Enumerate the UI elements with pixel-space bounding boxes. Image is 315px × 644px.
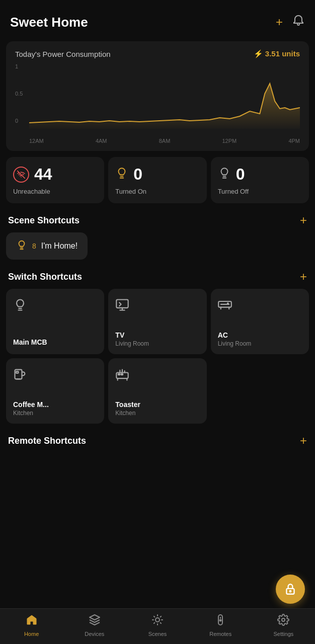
svg-rect-14 xyxy=(118,374,120,375)
switch-coffee-info: Coffee M... Kitchen xyxy=(13,400,97,417)
chart-y-axis: 1 0.5 0 xyxy=(15,63,23,124)
scene-count: 8 xyxy=(32,242,36,250)
switch-shortcuts-grid: Main MCB TV Living Room xyxy=(0,289,315,431)
svg-rect-4 xyxy=(117,300,128,308)
switch-main-mcb[interactable]: Main MCB xyxy=(6,289,104,354)
svg-rect-12 xyxy=(16,371,19,373)
switch-ac-info: AC Living Room xyxy=(218,331,302,347)
devices-nav-label: Devices xyxy=(85,631,104,637)
switch-ac-name: AC xyxy=(218,331,302,339)
coffee-icon xyxy=(13,367,97,385)
scenes-nav-label: Scenes xyxy=(148,631,167,637)
notification-bell-icon[interactable] xyxy=(292,14,305,30)
bottom-nav: Home Devices Scenes xyxy=(0,608,315,644)
scene-shortcuts-title: Scene Shortcuts xyxy=(8,215,80,226)
switch-main-mcb-info: Main MCB xyxy=(13,338,97,347)
switch-shortcuts-header: Switch Shortcuts + xyxy=(0,267,315,289)
stat-top-turned-on: 0 xyxy=(115,165,199,184)
chart-x-axis: 12AM 4AM 8AM 12PM 4PM xyxy=(29,138,300,144)
switch-tv[interactable]: TV Living Room xyxy=(108,289,206,354)
power-consumption-card: Today's Power Consumption ⚡ 3.51 units 1… xyxy=(6,41,309,151)
nav-settings[interactable]: Settings xyxy=(252,614,315,637)
svg-point-19 xyxy=(290,591,291,592)
unreachable-icon xyxy=(13,167,29,183)
scene-label: I'm Home! xyxy=(41,242,77,251)
nav-devices[interactable]: Devices xyxy=(63,614,126,637)
settings-nav-label: Settings xyxy=(274,631,294,637)
switch-coffee-room: Kitchen xyxy=(13,410,97,417)
switch-toaster[interactable]: Toaster Kitchen xyxy=(108,358,206,424)
home-nav-icon xyxy=(26,614,38,629)
devices-nav-icon xyxy=(89,614,101,629)
stat-unreachable[interactable]: 44 Unreachable xyxy=(6,157,104,203)
remotes-nav-label: Remotes xyxy=(209,631,231,637)
power-title: Today's Power Consumption xyxy=(15,50,111,58)
bolt-icon: ⚡ xyxy=(254,49,263,58)
switch-coffee[interactable]: Coffee M... Kitchen xyxy=(6,358,104,424)
chart-svg-area xyxy=(29,63,300,129)
stat-turned-off[interactable]: 0 Turned Off xyxy=(211,157,309,203)
turned-on-label: Turned On xyxy=(115,188,146,195)
header: Sweet Home + xyxy=(0,0,315,38)
switch-ac[interactable]: AC Living Room xyxy=(211,289,309,354)
scene-shortcuts-list: 8 I'm Home! xyxy=(0,232,315,267)
switch-tv-room: Living Room xyxy=(115,340,199,347)
bulb-off-icon xyxy=(218,167,231,183)
switch-tv-name: TV xyxy=(115,331,199,339)
scene-shortcuts-header: Scene Shortcuts + xyxy=(0,210,315,232)
svg-point-23 xyxy=(220,620,221,621)
ac-icon xyxy=(218,298,302,315)
remote-shortcuts-title: Remote Shortcuts xyxy=(8,436,86,446)
switch-ac-room: Living Room xyxy=(218,340,302,347)
remote-shortcuts-header: Remote Shortcuts + xyxy=(0,431,315,448)
switch-shortcuts-add-button[interactable]: + xyxy=(300,270,307,284)
switch-toaster-info: Toaster Kitchen xyxy=(115,400,199,417)
toaster-icon xyxy=(115,367,199,385)
switch-main-mcb-name: Main MCB xyxy=(13,338,97,346)
power-value: ⚡ 3.51 units xyxy=(254,49,300,58)
nav-home[interactable]: Home xyxy=(0,614,63,637)
turned-off-label: Turned Off xyxy=(218,188,249,195)
stat-top-turned-off: 0 xyxy=(218,165,302,184)
svg-point-20 xyxy=(155,618,160,622)
turned-on-count: 0 xyxy=(133,165,142,184)
unreachable-label: Unreachable xyxy=(13,188,50,195)
app-title: Sweet Home xyxy=(10,15,88,30)
switch-tv-info: TV Living Room xyxy=(115,331,199,347)
remotes-nav-icon xyxy=(214,614,226,629)
stat-top-unreachable: 44 xyxy=(13,165,97,184)
svg-rect-15 xyxy=(121,374,123,375)
add-button[interactable]: + xyxy=(276,15,283,29)
stat-turned-on[interactable]: 0 Turned On xyxy=(108,157,206,203)
unreachable-count: 44 xyxy=(34,165,52,184)
switch-toaster-room: Kitchen xyxy=(115,410,199,417)
nav-scenes[interactable]: Scenes xyxy=(126,614,189,637)
settings-nav-icon xyxy=(277,614,289,629)
home-nav-label: Home xyxy=(24,631,39,637)
stats-row: 44 Unreachable 0 Turned On 0 xyxy=(6,157,309,203)
main-mcb-icon xyxy=(13,298,97,315)
switch-shortcuts-title: Switch Shortcuts xyxy=(8,272,82,282)
turned-off-count: 0 xyxy=(236,165,245,184)
switch-coffee-name: Coffee M... xyxy=(13,400,97,409)
bulb-on-icon xyxy=(115,167,128,183)
svg-point-24 xyxy=(282,618,285,621)
scene-shortcuts-add-button[interactable]: + xyxy=(300,213,307,227)
switch-toaster-name: Toaster xyxy=(115,400,199,409)
power-chart: 1 0.5 0 12AM 4AM 8AM xyxy=(15,63,300,144)
remote-shortcuts-add-button[interactable]: + xyxy=(300,434,307,448)
header-actions: + xyxy=(276,14,305,30)
scene-item-im-home[interactable]: 8 I'm Home! xyxy=(6,232,88,260)
fab-lock-button[interactable] xyxy=(276,575,305,604)
scenes-nav-icon xyxy=(151,614,164,629)
tv-icon xyxy=(115,298,199,315)
svg-point-9 xyxy=(227,303,228,304)
scene-bulb-icon xyxy=(16,239,27,253)
nav-remotes[interactable]: Remotes xyxy=(189,614,252,637)
power-header: Today's Power Consumption ⚡ 3.51 units xyxy=(15,49,300,58)
